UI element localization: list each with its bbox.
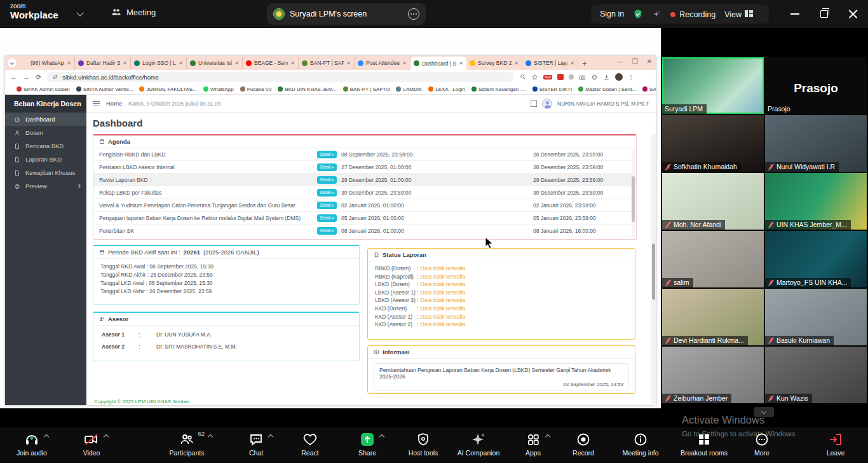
bookmark-item[interactable]: SINTA Author Verific... (76, 86, 133, 92)
browser-tab[interactable]: BAN-PT | SAPTO✕ (299, 57, 355, 69)
browser-tab[interactable]: (98) WhatsApp✕ (19, 57, 75, 69)
collapse-video-panel-button[interactable] (754, 407, 774, 417)
bookmark-item[interactable]: LEXA - Login (428, 86, 465, 92)
bookmark-item[interactable]: SISTER DIKTI (532, 86, 573, 92)
more-options-icon[interactable] (408, 8, 419, 20)
participant-tile[interactable]: Prasojo Prasojo (765, 57, 867, 114)
bookmark-item[interactable]: SIPAK Admin Dosen (17, 86, 70, 92)
zoom-search-icon[interactable] (520, 74, 526, 80)
tab-close-icon[interactable]: ✕ (514, 60, 519, 66)
bookmark-item[interactable]: LAMDIK (396, 86, 422, 92)
more-button[interactable]: More (733, 431, 790, 457)
url-field[interactable]: sibkd.uinkhas.ac.id/backoffice/home (47, 72, 514, 82)
sidebar-item-rencana-bkd[interactable]: Rencana BKD (5, 139, 86, 153)
browser-tab[interactable]: Login SSO | Lemb✕ (131, 57, 187, 69)
tab-close-icon[interactable]: ✕ (290, 60, 295, 66)
chevron-up-icon[interactable] (104, 434, 109, 439)
participant-tile[interactable]: Suryadi LPM (662, 57, 764, 114)
new-tab-button[interactable]: + (582, 59, 587, 68)
browser-close-icon[interactable]: ✕ (647, 58, 652, 65)
browser-minimize-icon[interactable]: — (617, 58, 623, 65)
video-button[interactable]: Video (63, 431, 120, 457)
extension-icon[interactable] (557, 74, 564, 80)
back-icon[interactable]: ← (10, 73, 17, 81)
tab-shared-screen[interactable]: Suryadi LPM's screen (267, 3, 426, 25)
leave-button[interactable]: Leave (807, 431, 864, 457)
sidebar-item-dashboard[interactable]: Dashboard (5, 113, 86, 126)
page-scrollbar[interactable] (651, 134, 656, 404)
fullscreen-icon[interactable] (531, 100, 537, 107)
participants-button[interactable]: 62 Participants (158, 431, 215, 457)
detail-button[interactable]: Detail (317, 151, 337, 158)
hamburger-menu-icon[interactable] (93, 101, 100, 106)
participant-tile[interactable]: Sofkhatin Khumaidah (662, 115, 764, 172)
participant-tile[interactable]: Zeiburhan Jember (662, 347, 764, 403)
bookmark-star-icon[interactable] (531, 74, 538, 81)
participant-tile[interactable]: Kun Wazis (765, 347, 867, 403)
detail-button[interactable]: Detail (317, 202, 337, 209)
tab-close-icon[interactable]: ✕ (570, 60, 574, 66)
view-button[interactable]: View (724, 8, 753, 20)
tab-close-icon[interactable]: ✕ (459, 60, 463, 66)
browser-tab[interactable]: Survey BKD 2025✕ (466, 57, 522, 69)
bookmark-item[interactable]: WhatsApp (203, 86, 234, 92)
browser-tab[interactable]: Daftar Hadir Sosi✕ (75, 57, 131, 69)
chevron-up-icon[interactable] (268, 434, 273, 439)
tab-close-icon[interactable]: ✕ (346, 60, 351, 66)
detail-button[interactable]: Detail (317, 163, 337, 171)
chevron-up-icon[interactable] (379, 434, 384, 439)
security-shield-icon[interactable] (633, 9, 643, 19)
participant-tile[interactable]: Basuki Kurniawan (765, 289, 867, 345)
breadcrumb[interactable]: Home (106, 100, 122, 107)
close-button[interactable] (846, 8, 862, 20)
ai-companion-button[interactable]: AI Companion (450, 431, 507, 457)
site-settings-icon[interactable] (52, 74, 58, 80)
host-tools-button[interactable]: Host tools (395, 431, 452, 457)
record-button[interactable]: Record (555, 431, 612, 457)
bookmark-item[interactable]: Pusaka V2 (240, 86, 272, 92)
join-audio-button[interactable]: Join audio (3, 431, 60, 457)
tab-close-icon[interactable]: ✕ (123, 60, 127, 66)
meeting-info-button[interactable]: Meeting info (612, 431, 669, 457)
bookmark-item[interactable]: Sistem Keuangan -... (471, 86, 526, 92)
browser-tab-active[interactable]: Dashboard | Siste✕ (410, 57, 466, 70)
bookmark-item[interactable]: JURNAL FAKULTAS... (139, 86, 196, 92)
user-name[interactable]: NURIN AMALIA HAMID S.Psi, M.Psi.T (557, 100, 649, 107)
sign-in-button[interactable]: Sign in (600, 10, 624, 18)
detail-button[interactable]: Detail (317, 176, 337, 184)
ai-sparkle-icon[interactable] (652, 10, 661, 19)
tab-close-icon[interactable]: ✕ (402, 60, 407, 66)
agenda-scrollbar[interactable] (632, 149, 635, 238)
camera-extension-icon[interactable] (579, 74, 586, 81)
browser-tab[interactable]: Post Attendee - 2✕ (355, 57, 410, 69)
browser-menu-kebab-icon[interactable]: ⋮ (628, 74, 634, 81)
participant-tile[interactable]: Nurul Widyawati I.R (765, 115, 867, 172)
bookmark-item[interactable]: BAN-PT | SAPTO (343, 86, 390, 92)
detail-button[interactable]: Detail (317, 214, 337, 222)
bookmark-item[interactable]: Master Dosen | Serd... (578, 86, 636, 92)
maximize-button[interactable] (817, 8, 832, 20)
participant-tile[interactable]: UIN KHAS Jember_M... (765, 173, 867, 230)
agenda-scrollbar-thumb[interactable] (632, 176, 635, 222)
browser-profile-avatar[interactable] (615, 73, 623, 81)
informasi-item[interactable]: Pemberitahuan Pengisian Laporan Beban Ke… (374, 363, 629, 391)
browser-tab[interactable]: SISTER | Layanan_✕ (522, 57, 578, 69)
participant-tile[interactable]: Martoyo_FS UIN KHA... (765, 231, 867, 287)
react-button[interactable]: React (281, 431, 339, 457)
participant-tile[interactable]: Devi Hardianti Rukma... (662, 289, 764, 345)
chat-button[interactable]: Chat (227, 431, 285, 457)
browser-tab[interactable]: BEAGE - Sendiri L✕ (243, 57, 299, 69)
page-scrollbar-thumb[interactable] (652, 244, 655, 300)
browser-restore-icon[interactable]: ❐ (632, 58, 638, 65)
chevron-up-icon[interactable] (44, 434, 49, 439)
bookmark-item[interactable]: BKD UIN KHAS JEM... (278, 86, 336, 92)
chevron-up-icon[interactable] (208, 434, 213, 439)
new-extension-badge[interactable]: New (543, 75, 552, 79)
extension-dot-icon[interactable] (569, 74, 574, 79)
reload-icon[interactable]: ⟳ (36, 73, 41, 81)
participant-tile[interactable]: salim (662, 231, 764, 287)
tab-meeting[interactable]: Meeting (111, 7, 156, 17)
forward-icon[interactable]: → (23, 73, 30, 81)
sidebar-item-kewajiban-khusus[interactable]: Kewajiban Khusus (5, 166, 86, 179)
tab-close-icon[interactable]: ✕ (67, 60, 71, 66)
